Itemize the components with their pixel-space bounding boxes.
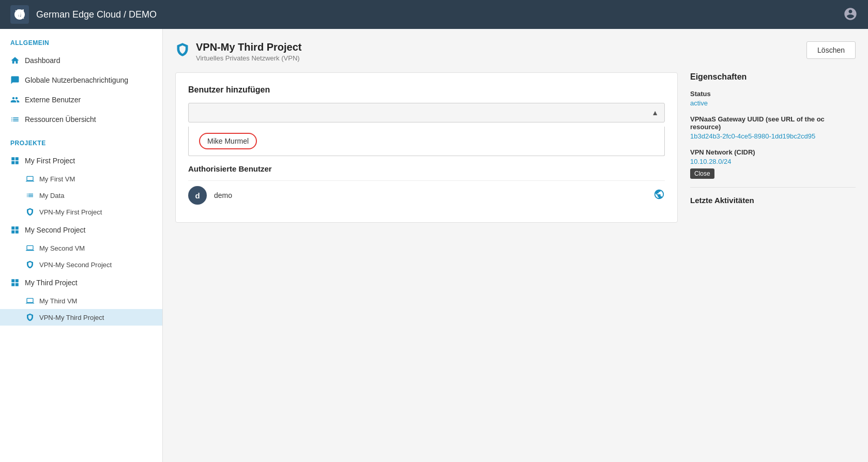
dashboard-label: Dashboard bbox=[25, 56, 60, 65]
home-icon bbox=[10, 56, 20, 65]
user-menu-button[interactable] bbox=[843, 7, 858, 23]
content-sidebar: Eigenschaften Status active VPNaaS Gatew… bbox=[690, 72, 856, 223]
logo-icon bbox=[13, 8, 26, 21]
vpn-third-label: VPN-My Third Project bbox=[39, 314, 104, 321]
page-header-text: VPN-My Third Project Virtuelles Privates… bbox=[196, 41, 301, 62]
main-card: Benutzer hinzufügen Mike Murmel ▲ Mike M… bbox=[175, 72, 678, 223]
network-group: VPN Network (CIDR) 10.10.28.0/24 Close bbox=[690, 148, 856, 179]
sidebar-item-dashboard[interactable]: Dashboard bbox=[0, 51, 162, 70]
vpn-icon-3 bbox=[26, 313, 34, 321]
logo bbox=[10, 5, 29, 24]
sidebar-sub-my-second-vm[interactable]: My Second VM bbox=[0, 240, 162, 256]
sidebar-sub-my-first-vm[interactable]: My First VM bbox=[0, 171, 162, 187]
vpn-icon-2 bbox=[26, 260, 34, 269]
my-data-label: My Data bbox=[39, 192, 64, 199]
vpn-first-label: VPN-My First Project bbox=[39, 208, 102, 216]
general-section-label: ALLGEMEIN bbox=[0, 29, 162, 51]
close-tooltip[interactable]: Close bbox=[690, 168, 714, 179]
topnav: German Edge Cloud / DEMO bbox=[0, 0, 868, 29]
my-second-vm-label: My Second VM bbox=[39, 244, 85, 252]
sidebar: ALLGEMEIN Dashboard Globale Nutzerbenach… bbox=[0, 29, 163, 462]
user-globe-icon[interactable] bbox=[653, 189, 665, 203]
status-group: Status active bbox=[690, 90, 856, 107]
my-third-vm-label: My Third VM bbox=[39, 297, 77, 305]
uuid-group: VPNaaS Gateway UUID (see URL of the oc r… bbox=[690, 115, 856, 140]
uuid-value: 1b3d24b3-2fc0-4ce5-8980-1dd19bc2cd95 bbox=[690, 132, 856, 140]
network-value: 10.10.28.0/24 bbox=[690, 158, 856, 165]
content-grid: Benutzer hinzufügen Mike Murmel ▲ Mike M… bbox=[175, 72, 856, 223]
user-avatar-demo: d bbox=[188, 186, 207, 205]
topnav-title: German Edge Cloud / DEMO bbox=[36, 9, 843, 20]
grid-icon-1 bbox=[10, 156, 20, 165]
project-3-label: My Third Project bbox=[25, 279, 78, 287]
user-name-demo: demo bbox=[214, 191, 646, 199]
user-icon bbox=[843, 7, 858, 21]
list-icon bbox=[10, 115, 20, 124]
delete-button[interactable]: Löschen bbox=[806, 41, 856, 59]
project-2-label: My Second Project bbox=[25, 226, 86, 234]
chat-icon bbox=[10, 75, 20, 85]
dropdown-option-list: Mike Murmel bbox=[188, 127, 665, 156]
grid-icon-3 bbox=[10, 278, 20, 287]
vpn-second-label: VPN-My Second Project bbox=[39, 261, 112, 269]
page-subtitle: Virtuelles Privates Netzwerk (VPN) bbox=[196, 54, 301, 62]
grid-icon-2 bbox=[10, 225, 20, 235]
page-header-actions: Löschen bbox=[806, 41, 856, 59]
sidebar-sub-vpn-first[interactable]: VPN-My First Project bbox=[0, 204, 162, 220]
sidebar-sub-my-data[interactable]: My Data bbox=[0, 187, 162, 204]
people-icon bbox=[10, 95, 20, 104]
user-dropdown[interactable]: Mike Murmel bbox=[188, 103, 665, 122]
projects-section-label: PROJEKTE bbox=[0, 129, 162, 151]
data-icon-1 bbox=[26, 191, 34, 199]
content-main: Benutzer hinzufügen Mike Murmel ▲ Mike M… bbox=[175, 72, 678, 223]
vm-icon-1 bbox=[26, 175, 34, 183]
status-value: active bbox=[690, 99, 856, 107]
sidebar-item-external-users[interactable]: Externe Benutzer bbox=[0, 90, 162, 110]
properties-title: Eigenschaften bbox=[690, 72, 856, 82]
vm-icon-2 bbox=[26, 244, 34, 252]
vpn-icon-1 bbox=[26, 208, 34, 216]
sidebar-item-project-2[interactable]: My Second Project bbox=[0, 220, 162, 240]
activities-title: Letzte Aktivitäten bbox=[690, 196, 856, 205]
uuid-label: VPNaaS Gateway UUID (see URL of the oc r… bbox=[690, 115, 856, 131]
sidebar-sub-vpn-third[interactable]: VPN-My Third Project bbox=[0, 309, 162, 326]
user-row-demo: d demo bbox=[188, 180, 665, 210]
layout: ALLGEMEIN Dashboard Globale Nutzerbenach… bbox=[0, 29, 868, 462]
sidebar-sub-my-third-vm[interactable]: My Third VM bbox=[0, 292, 162, 309]
authorized-users-title: Authorisierte Benutzer bbox=[188, 164, 665, 173]
sidebar-item-project-3[interactable]: My Third Project bbox=[0, 273, 162, 292]
sidebar-item-project-1[interactable]: My First Project bbox=[0, 151, 162, 171]
add-user-title: Benutzer hinzufügen bbox=[188, 85, 665, 95]
vm-icon-3 bbox=[26, 297, 34, 305]
vpn-page-icon bbox=[175, 42, 190, 60]
external-users-label: Externe Benutzer bbox=[25, 96, 81, 104]
resource-overview-label: Ressourcen Übersicht bbox=[25, 115, 96, 124]
page-header: VPN-My Third Project Virtuelles Privates… bbox=[175, 41, 856, 62]
global-notification-label: Globale Nutzerbenachrichtigung bbox=[25, 76, 128, 84]
project-1-label: My First Project bbox=[25, 157, 75, 165]
prop-divider bbox=[690, 187, 856, 188]
user-dropdown-wrapper: Mike Murmel ▲ bbox=[188, 103, 665, 122]
sidebar-sub-vpn-second[interactable]: VPN-My Second Project bbox=[0, 256, 162, 273]
sidebar-item-global-notification[interactable]: Globale Nutzerbenachrichtigung bbox=[0, 70, 162, 90]
sidebar-item-resource-overview[interactable]: Ressourcen Übersicht bbox=[0, 110, 162, 129]
status-label: Status bbox=[690, 90, 856, 98]
my-first-vm-label: My First VM bbox=[39, 175, 75, 183]
network-label: VPN Network (CIDR) bbox=[690, 148, 856, 156]
page-title: VPN-My Third Project bbox=[196, 41, 301, 53]
dropdown-option-wrapper: Mike Murmel bbox=[189, 127, 664, 156]
mike-murmel-option[interactable]: Mike Murmel bbox=[199, 133, 257, 149]
main-content: VPN-My Third Project Virtuelles Privates… bbox=[163, 29, 868, 462]
